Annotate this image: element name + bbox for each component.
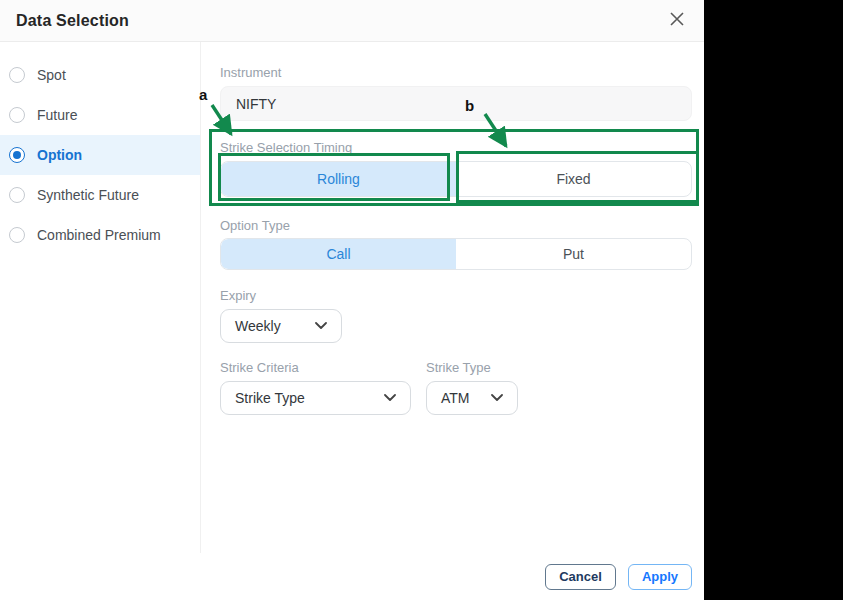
strike-type-group: Strike Type ATM bbox=[426, 360, 518, 415]
instrument-field[interactable]: NIFTY bbox=[220, 86, 692, 121]
screen-backdrop: Data Selection Spot Future Opt bbox=[0, 0, 843, 600]
sidebar-item-synthetic-future[interactable]: Synthetic Future bbox=[0, 175, 200, 215]
dialog-title: Data Selection bbox=[16, 12, 129, 30]
chevron-down-icon bbox=[491, 394, 503, 402]
fixed-segment[interactable]: Fixed bbox=[456, 162, 691, 196]
strike-row: Strike Criteria Strike Type Strike Type … bbox=[220, 360, 693, 415]
dialog-body: Spot Future Option Synthetic Future Comb… bbox=[0, 42, 704, 553]
strike-type-dropdown[interactable]: ATM bbox=[426, 381, 518, 415]
radio-icon[interactable] bbox=[9, 187, 25, 203]
data-selection-dialog: Data Selection Spot Future Opt bbox=[0, 0, 704, 600]
chevron-down-icon bbox=[315, 322, 327, 330]
dialog-header: Data Selection bbox=[0, 0, 704, 42]
instrument-kind-sidebar: Spot Future Option Synthetic Future Comb… bbox=[0, 42, 201, 553]
dialog-footer: Cancel Apply bbox=[0, 553, 704, 600]
sidebar-item-spot[interactable]: Spot bbox=[0, 55, 200, 95]
call-segment[interactable]: Call bbox=[221, 239, 456, 269]
strike-criteria-label: Strike Criteria bbox=[220, 360, 411, 375]
strike-selection-timing-toggle: Rolling Fixed bbox=[220, 161, 692, 197]
option-type-toggle: Call Put bbox=[220, 238, 692, 270]
strike-type-value: ATM bbox=[441, 390, 470, 406]
sidebar-item-label: Combined Premium bbox=[37, 227, 161, 243]
radio-icon[interactable] bbox=[9, 227, 25, 243]
sidebar-item-option[interactable]: Option bbox=[0, 135, 200, 175]
expiry-label: Expiry bbox=[220, 288, 693, 303]
sidebar-item-label: Option bbox=[37, 147, 82, 163]
strike-criteria-group: Strike Criteria Strike Type bbox=[220, 360, 411, 415]
option-type-label: Option Type bbox=[220, 218, 693, 233]
strike-type-label: Strike Type bbox=[426, 360, 518, 375]
close-icon bbox=[670, 12, 684, 29]
chevron-down-icon bbox=[384, 394, 396, 402]
strike-criteria-value: Strike Type bbox=[235, 390, 305, 406]
radio-icon[interactable] bbox=[9, 67, 25, 83]
instrument-value: NIFTY bbox=[236, 96, 276, 112]
apply-button[interactable]: Apply bbox=[628, 564, 692, 590]
instrument-label: Instrument bbox=[220, 65, 693, 80]
expiry-value: Weekly bbox=[235, 318, 281, 334]
option-settings-panel: Instrument NIFTY Strike Selection Timing… bbox=[201, 42, 704, 553]
strike-selection-timing-label: Strike Selection Timing bbox=[220, 140, 693, 155]
rolling-segment[interactable]: Rolling bbox=[221, 162, 456, 196]
sidebar-item-label: Future bbox=[37, 107, 77, 123]
radio-icon[interactable] bbox=[9, 107, 25, 123]
put-segment[interactable]: Put bbox=[456, 239, 691, 269]
sidebar-item-future[interactable]: Future bbox=[0, 95, 200, 135]
close-button[interactable] bbox=[666, 10, 688, 32]
radio-selected-icon[interactable] bbox=[9, 147, 25, 163]
sidebar-item-combined-premium[interactable]: Combined Premium bbox=[0, 215, 200, 255]
cancel-button[interactable]: Cancel bbox=[545, 564, 616, 590]
strike-criteria-dropdown[interactable]: Strike Type bbox=[220, 381, 411, 415]
sidebar-item-label: Spot bbox=[37, 67, 66, 83]
sidebar-item-label: Synthetic Future bbox=[37, 187, 139, 203]
expiry-dropdown[interactable]: Weekly bbox=[220, 309, 342, 343]
